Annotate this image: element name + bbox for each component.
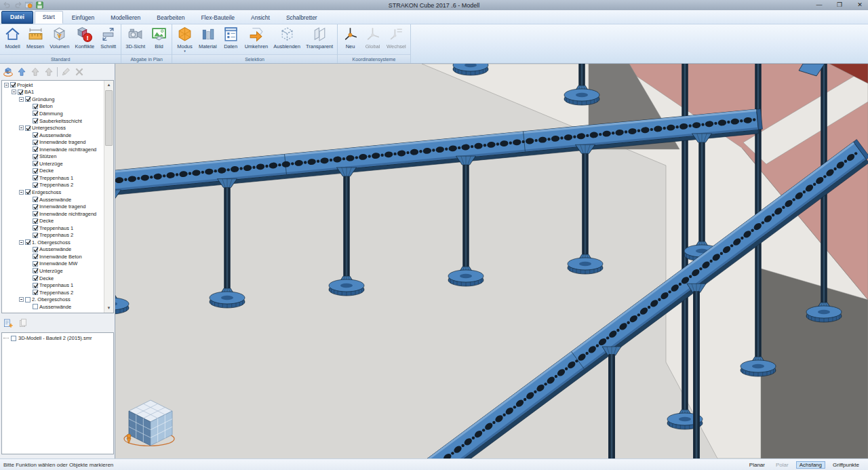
tree-item[interactable]: Innenwände tragend [2, 138, 104, 146]
tab-start[interactable]: Start [35, 11, 63, 24]
checkbox-checked[interactable] [10, 82, 16, 87]
tree-item[interactable]: Innenwände Beton [2, 253, 104, 260]
tab-flex-bauteile[interactable]: Flex-Bauteile [193, 12, 242, 24]
tree-item[interactable]: Decke [2, 275, 104, 282]
modus-button[interactable]: Modus▾ [174, 25, 196, 53]
checkbox-checked[interactable] [25, 239, 31, 245]
tab-datei[interactable]: Datei [1, 11, 33, 24]
tree-item[interactable]: Dämmung [2, 110, 104, 117]
modell-button[interactable]: Modell [1, 25, 24, 50]
tree-item[interactable]: Gründung [2, 96, 104, 103]
tree-item[interactable]: Aussenwände [2, 196, 104, 203]
checkbox-checked[interactable] [33, 182, 38, 188]
add-model-icon[interactable] [3, 318, 14, 329]
checkbox-checked[interactable] [33, 168, 38, 174]
checkbox-checked[interactable] [33, 218, 38, 224]
tree-item[interactable]: 2. Obergeschoss [2, 296, 104, 303]
tree-item[interactable]: Stützen [2, 153, 104, 160]
tree-item[interactable]: Decke [2, 217, 104, 224]
tree-item[interactable]: Treppenhaus 2 [2, 182, 104, 189]
tree-item[interactable]: Erdgeschoss [2, 189, 104, 196]
checkbox-checked[interactable] [33, 175, 38, 180]
tree-item[interactable]: Treppenhaus 1 [2, 281, 104, 289]
transparent-button[interactable]: Transparent [303, 25, 336, 50]
3d-viewport[interactable] [115, 64, 868, 458]
collapse-icon[interactable] [19, 190, 24, 195]
checkbox-checked[interactable] [33, 254, 38, 259]
collapse-icon[interactable] [19, 97, 24, 102]
checkbox-checked[interactable] [33, 283, 38, 288]
checkbox-checked[interactable] [33, 140, 38, 145]
tab-einf-gen[interactable]: Einfügen [64, 12, 102, 24]
checkbox-checked[interactable] [25, 125, 31, 131]
checkbox-checked[interactable] [33, 154, 38, 159]
tree-item[interactable]: Sauberkeitsschicht [2, 117, 104, 125]
tree-item[interactable]: Innenwände nichttragend [2, 210, 104, 218]
checkbox-checked[interactable] [18, 90, 23, 95]
tree-item[interactable]: Treppenhaus 1 [2, 174, 104, 182]
neu-button[interactable]: Neu [339, 25, 361, 50]
tree-item[interactable]: Innenwände tragend [2, 203, 104, 210]
tree-scrollbar[interactable]: ▲ ▼ [104, 81, 113, 313]
tree-item[interactable]: Innenwände MW [2, 260, 104, 268]
snap-toggle-polar[interactable]: Polar [772, 461, 792, 469]
arrow-up-blue-icon[interactable] [16, 66, 27, 77]
scroll-up-icon[interactable]: ▲ [104, 81, 113, 90]
checkbox-checked[interactable] [33, 290, 38, 295]
checkbox-checked[interactable] [33, 111, 38, 116]
checkbox-unchecked[interactable] [33, 304, 38, 309]
checkbox-unchecked[interactable] [25, 297, 31, 302]
checkbox-checked[interactable] [25, 189, 31, 195]
checkbox-checked[interactable] [33, 233, 38, 238]
checkbox-checked[interactable] [33, 211, 38, 216]
tree-item[interactable]: Aussenwände [2, 246, 104, 254]
tree-item[interactable]: Projekt [2, 81, 104, 89]
tree-item[interactable]: Aussenwände [2, 303, 104, 311]
tree-item[interactable]: Treppenhaus 2 [2, 231, 104, 239]
scrollbar-thumb[interactable] [105, 90, 113, 146]
tab-schalbretter[interactable]: Schalbretter [279, 12, 325, 24]
3d-sicht-button[interactable]: 3D-Sicht [123, 25, 148, 50]
collapse-icon[interactable] [12, 90, 16, 94]
umkehren-button[interactable]: Umkehren [242, 25, 271, 50]
minimize-button[interactable]: — [814, 0, 825, 10]
konflikte-button[interactable]: !Konflikte [72, 25, 97, 50]
maximize-button[interactable]: ❐ [834, 0, 845, 10]
tree-item[interactable]: Unterzüge [2, 160, 104, 168]
snap-toggle-planar[interactable]: Planar [746, 461, 768, 469]
zoom-model-icon[interactable] [3, 66, 14, 77]
checkbox-checked[interactable] [33, 132, 38, 138]
3d-scene[interactable] [115, 64, 868, 458]
checkbox-checked[interactable] [33, 261, 38, 267]
checkbox-checked[interactable] [33, 197, 38, 202]
collapse-icon[interactable] [4, 83, 9, 87]
orbit-figure[interactable] [127, 434, 131, 438]
collapse-icon[interactable] [19, 240, 24, 245]
checkbox-checked[interactable] [33, 118, 38, 123]
checkbox-checked[interactable] [33, 268, 38, 273]
schnitt-button[interactable]: Schnitt [97, 25, 119, 50]
collapse-icon[interactable] [19, 297, 24, 302]
file-list-item[interactable]: 3D-Modell - Bauteil 2 (2015).smr [3, 335, 112, 341]
global-button[interactable]: Global [361, 25, 384, 50]
snap-toggle-griffpunkte[interactable]: Griffpunkte [829, 461, 863, 469]
messen-button[interactable]: Messen [24, 25, 47, 50]
tree-item[interactable]: Aussenwände [2, 132, 104, 139]
scroll-down-icon[interactable]: ▼ [104, 304, 113, 313]
checkbox-unchecked[interactable] [11, 336, 16, 341]
tree-item[interactable]: Decke [2, 168, 104, 175]
tree-item[interactable]: Untergeschoss [2, 124, 104, 132]
checkbox-checked[interactable] [33, 146, 38, 152]
checkbox-checked[interactable] [33, 104, 38, 109]
collapse-icon[interactable] [19, 125, 24, 130]
tab-modellieren[interactable]: Modellieren [103, 12, 148, 24]
ausblenden-button[interactable]: Ausblenden [271, 25, 303, 50]
tree-item[interactable]: Unterzüge [2, 267, 104, 275]
tree-item[interactable]: Innenwände nichttragend [2, 146, 104, 153]
checkbox-checked[interactable] [33, 275, 38, 281]
material-button[interactable]: Material [196, 25, 220, 50]
checkbox-checked[interactable] [33, 161, 38, 166]
snap-toggle-achsfang[interactable]: Achsfang [796, 461, 825, 469]
checkbox-checked[interactable] [25, 96, 31, 102]
close-button[interactable]: ✕ [854, 0, 865, 10]
